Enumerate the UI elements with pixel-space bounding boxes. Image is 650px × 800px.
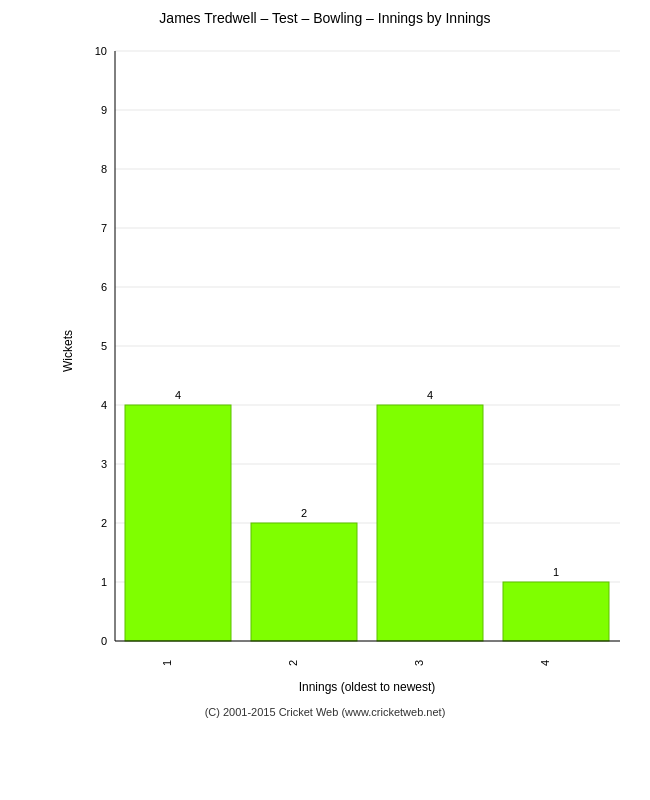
y-tick-2: 2	[101, 517, 107, 529]
bar-chart: Wickets 0 1 2 3 4 5 6 7 8 9	[60, 31, 640, 701]
y-tick-0: 0	[101, 635, 107, 647]
bar-3-label: 4	[427, 389, 433, 401]
chart-container: James Tredwell – Test – Bowling – Inning…	[0, 0, 650, 800]
y-tick-7: 7	[101, 222, 107, 234]
y-tick-9: 9	[101, 104, 107, 116]
bar-1-label: 4	[175, 389, 181, 401]
x-tick-2: 2	[287, 660, 299, 666]
y-tick-1: 1	[101, 576, 107, 588]
x-tick-3: 3	[413, 660, 425, 666]
footer-text: (C) 2001-2015 Cricket Web (www.cricketwe…	[205, 706, 446, 718]
bar-3	[377, 405, 483, 641]
bar-2	[251, 523, 357, 641]
y-tick-5: 5	[101, 340, 107, 352]
bar-4-label: 1	[553, 566, 559, 578]
chart-title: James Tredwell – Test – Bowling – Inning…	[159, 10, 490, 26]
y-tick-8: 8	[101, 163, 107, 175]
bar-4	[503, 582, 609, 641]
y-axis-label: Wickets	[61, 330, 75, 372]
y-tick-3: 3	[101, 458, 107, 470]
chart-area: Wickets 0 1 2 3 4 5 6 7 8 9	[60, 31, 640, 701]
x-tick-1: 1	[161, 660, 173, 666]
y-tick-6: 6	[101, 281, 107, 293]
y-tick-4: 4	[101, 399, 107, 411]
x-axis-label: Innings (oldest to newest)	[299, 680, 436, 694]
x-tick-4: 4	[539, 660, 551, 666]
bar-2-label: 2	[301, 507, 307, 519]
y-tick-10: 10	[95, 45, 107, 57]
bar-1	[125, 405, 231, 641]
